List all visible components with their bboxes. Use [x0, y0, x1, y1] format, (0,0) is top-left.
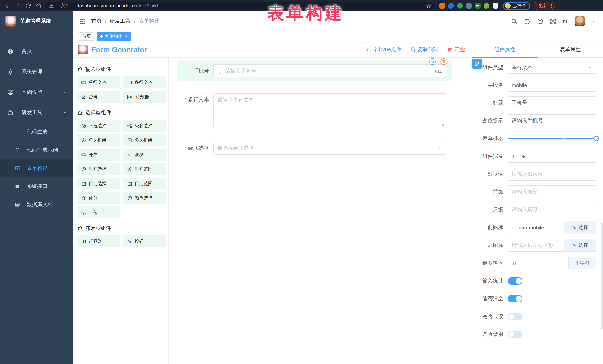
copy-field-button[interactable] — [429, 58, 436, 65]
palette-component-checkbox[interactable]: 多选框组 — [123, 134, 166, 146]
mobile-input[interactable]: 请输入手机号 0/11 — [213, 65, 446, 77]
update-button[interactable]: 更新 — [533, 2, 555, 10]
palette-component-columns[interactable]: 行容器 — [77, 235, 120, 247]
tag-close-icon[interactable]: × — [125, 34, 128, 39]
prop-row-7: 前缀请输入前缀 — [472, 185, 596, 198]
palette-component-textarea[interactable]: 多行文本 — [123, 76, 166, 88]
palette-component-calendar-range[interactable]: 日期范围 — [123, 177, 166, 189]
sidebar-subitem-2[interactable]: 表单构建 — [0, 159, 73, 177]
icon-select-button[interactable]: 选择 — [564, 239, 596, 252]
sidebar-item-1[interactable]: 系统管理 — [0, 62, 73, 82]
tab-component-props[interactable]: 组件属性 — [472, 42, 537, 57]
delete-field-button[interactable] — [441, 58, 447, 65]
palette-component-keyboard[interactable]: 单行文本 — [77, 76, 120, 88]
sidebar-subitem-0[interactable]: 代码生成 — [0, 123, 73, 141]
action-label: 清空 — [454, 46, 465, 53]
v-extension-icon[interactable] — [457, 3, 463, 9]
leaf-extension-icon[interactable] — [484, 3, 489, 9]
refresh-extension-icon[interactable] — [439, 3, 445, 9]
canvas-field-cascader[interactable]: * 级联选择 请选择级联选择 — [177, 142, 452, 154]
tab-form-props[interactable]: 表单属性 — [537, 42, 603, 57]
palette-component-star[interactable]: 评分 — [77, 192, 120, 204]
prop-input[interactable]: 请输入手机号 — [508, 114, 596, 127]
sidebar-subitem-3[interactable]: 系统接口 — [0, 177, 73, 195]
help-icon[interactable] — [537, 18, 543, 24]
palette-component-lock[interactable]: 密码 — [77, 91, 120, 103]
action-download[interactable]: 导出vue文件 — [365, 46, 401, 53]
drop-extension-icon[interactable] — [448, 3, 454, 9]
palette-component-cascade[interactable]: 级联选择 — [123, 120, 166, 132]
toggle-off[interactable] — [508, 331, 522, 338]
browser-back-icon[interactable] — [4, 3, 10, 9]
toggle-off[interactable] — [508, 313, 522, 320]
prop-input[interactable]: 请输入后图标名称 — [508, 239, 564, 252]
palette-component-time-range[interactable]: 时间范围 — [123, 163, 166, 175]
app-title: 芋道管理系统 — [20, 18, 51, 24]
sidebar-item-0[interactable]: 首页 — [0, 41, 73, 62]
palette-component-switch[interactable]: 开关 — [77, 149, 120, 161]
prop-input[interactable]: 请输入前缀 — [508, 185, 596, 198]
hamburger-icon[interactable] — [79, 18, 86, 25]
prop-control: 手机号 — [508, 96, 596, 109]
font-size-icon[interactable]: tT — [563, 18, 568, 24]
sidebar-subitem-4[interactable]: 数据库文档 — [0, 195, 73, 213]
browser-refresh-icon[interactable] — [25, 3, 31, 9]
prop-input[interactable]: 手机号 — [508, 96, 596, 109]
app-logo[interactable]: 芋道管理系统 — [0, 11, 73, 31]
palette-section-title: 布局型组件 — [78, 225, 165, 232]
sidebar-item-2[interactable]: 基础设施 — [0, 82, 73, 102]
scrollbar-thumb[interactable] — [601, 222, 603, 330]
palette-component-calendar[interactable]: 日期选择 — [77, 177, 120, 189]
sidebar-item-3[interactable]: 研发工具 — [0, 102, 73, 123]
browser-forward-icon[interactable] — [15, 3, 21, 9]
toggle-on[interactable] — [508, 295, 522, 302]
kebab-menu-icon[interactable] — [551, 4, 552, 8]
address-bar[interactable]: 不安全 dashboard.yudao.iocoder.cn /tool/bui… — [45, 2, 435, 10]
tag-active[interactable]: 表单构建× — [97, 32, 131, 41]
chevron-down-icon — [588, 65, 592, 69]
resize-handle-icon[interactable] — [441, 123, 445, 126]
textarea-input[interactable]: 请输入多行文本 — [213, 93, 446, 128]
prop-input[interactable]: 请输入后缀 — [508, 203, 596, 216]
prop-input[interactable]: el-icon-mobile — [508, 221, 564, 234]
browser-home-icon[interactable] — [36, 3, 42, 9]
on-extension-icon[interactable]: on — [475, 3, 481, 9]
palette-component-radio[interactable]: 单选框组 — [77, 134, 120, 146]
tag-item[interactable]: 首页 — [79, 32, 94, 41]
split-extension-icon[interactable] — [466, 3, 472, 9]
chevron-down-icon[interactable] — [591, 19, 596, 23]
breadcrumb-item[interactable]: 研发工具 — [110, 18, 131, 24]
breadcrumb: 首页/研发工具/表单构建 — [91, 18, 160, 24]
prop-input[interactable]: 请输入默认值 — [508, 167, 596, 180]
breadcrumb-item[interactable]: 首页 — [91, 18, 102, 24]
paused-badge[interactable]: ☺ 已暂停 — [503, 2, 530, 10]
slider-handle[interactable] — [594, 136, 599, 141]
prop-input[interactable]: mobile — [508, 78, 596, 92]
palette-component-pointer[interactable]: 按钮 — [123, 235, 166, 247]
icon-select-button[interactable]: 选择 — [564, 221, 596, 234]
prop-select[interactable]: 单行文本 — [508, 61, 596, 74]
action-copy[interactable]: 复制代码 — [410, 46, 438, 53]
form-grid-slider[interactable] — [508, 138, 596, 139]
search-icon[interactable] — [511, 18, 517, 24]
fullscreen-icon[interactable] — [550, 18, 556, 24]
palette-component-cloud-upload[interactable]: 上传 — [77, 207, 120, 218]
prop-input[interactable]: 11 — [508, 256, 569, 269]
cascader-select[interactable]: 请选择级联选择 — [213, 142, 446, 154]
sidebar-subitem-1[interactable]: 代码生成示例 — [0, 141, 73, 159]
prop-input[interactable]: 100% — [508, 150, 596, 163]
palette-component-palette[interactable]: 颜色选择 — [123, 192, 166, 204]
palette-component-counter[interactable]: 123计数器 — [123, 91, 166, 103]
palette-component-clock[interactable]: 时间选择 — [77, 163, 120, 175]
github-icon[interactable] — [524, 18, 530, 24]
palette-component-slider[interactable]: 滑块 — [123, 149, 166, 161]
palette-component-circle-check[interactable]: 下拉选择 — [77, 120, 120, 132]
bookmark-star-icon[interactable] — [426, 3, 431, 8]
action-trash[interactable]: 清空 — [447, 46, 465, 53]
toggle-on[interactable] — [508, 277, 522, 285]
canvas-field-textarea[interactable]: * 多行文本 请输入多行文本 — [177, 93, 452, 128]
prop-row-8: 后缀请输入后缀 — [472, 203, 596, 216]
puzzle-extension-icon[interactable] — [493, 3, 498, 9]
canvas-field-mobile[interactable]: * 手机号 请输入手机号 0/11 — [177, 61, 452, 81]
user-avatar[interactable] — [575, 16, 585, 26]
